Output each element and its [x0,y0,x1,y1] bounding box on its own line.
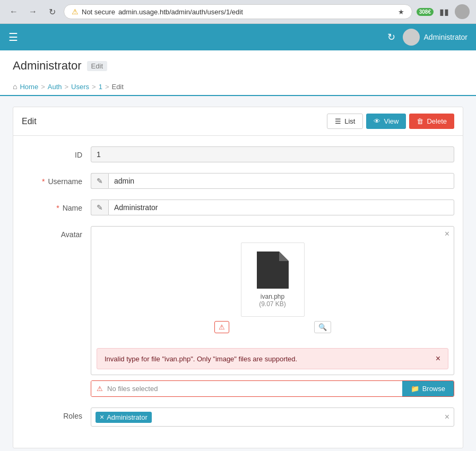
edit-card: Edit ☰ List 👁 View 🗑 Delete ID [13,107,463,448]
eye-icon: 👁 [374,117,380,125]
name-input-group: ✎ [91,200,454,215]
browse-button[interactable]: 📁 Browse [402,381,454,396]
url-text: admin.usage.htb/admin/auth/users/1/edit [118,8,395,16]
breadcrumb-edit: Edit [111,83,123,91]
breadcrumb-home[interactable]: Home [20,83,38,91]
breadcrumb-sep-4: > [105,83,109,91]
extensions-button[interactable]: ▮▮ [437,4,452,19]
profile-thumbnail[interactable] [455,4,470,19]
admin-name: Administrator [424,33,468,41]
name-label-text: Name [63,204,82,212]
edit-card-actions: ☰ List 👁 View 🗑 Delete [327,114,454,129]
hamburger-menu-button[interactable]: ☰ [8,31,18,44]
trash-icon: 🗑 [417,117,423,125]
view-button[interactable]: 👁 View [366,114,406,129]
username-field[interactable] [108,173,454,189]
error-message: Invalid type for file "ivan.php". Only "… [105,355,297,363]
page-header-title: Administrator Edit [13,59,463,78]
list-button[interactable]: ☰ List [327,114,363,129]
roles-wrap[interactable]: × Administrator × [91,407,454,427]
name-edit-icon: ✎ [91,200,108,215]
security-warning-icon: ⚠ [72,7,79,16]
breadcrumb-sep-3: > [92,83,96,91]
browser-chrome: ← → ↻ ⚠ Not secure admin.usage.htb/admin… [0,0,476,24]
file-preview: ivan.php (9.07 KB) ⚠ 🔍 [97,232,448,344]
avatar-row: Avatar × i [22,226,454,397]
remove-role-button[interactable]: × [100,413,104,421]
admin-user: Administrator [403,29,468,46]
refresh-button[interactable]: ↻ [387,31,395,43]
role-tag: × Administrator [96,412,152,423]
edit-icon: ✎ [91,173,108,189]
list-button-label: List [344,117,355,125]
username-required-star: * [42,177,45,186]
main-content: Edit ☰ List 👁 View 🗑 Delete ID [0,96,476,451]
back-button[interactable]: ← [6,4,21,19]
id-field-wrap [91,146,454,162]
no-files-label: No files selected [107,385,158,393]
roles-row: Roles × Administrator × [22,407,454,427]
name-field[interactable] [108,200,454,215]
name-row: * Name ✎ [22,200,454,215]
address-bar[interactable]: ⚠ Not secure admin.usage.htb/admin/auth/… [64,4,412,19]
breadcrumb: ⌂ Home > Auth > Users > 1 > Edit [13,78,463,95]
view-button-label: View [384,117,399,125]
breadcrumb-id[interactable]: 1 [99,83,102,91]
file-icon [257,251,289,289]
file-input-row: ⚠ No files selected 📁 Browse [91,380,454,397]
username-label: * Username [22,173,91,186]
delete-button-label: Delete [427,117,447,125]
page-title: Administrator [13,59,82,73]
username-label-text: Username [48,177,82,186]
breadcrumb-auth[interactable]: Auth [48,83,62,91]
username-input-group: ✎ [91,173,454,189]
error-alert: Invalid type for file "ivan.php". Only "… [97,348,448,369]
topbar-right: ↻ Administrator [387,29,468,46]
browse-button-label: Browse [422,385,445,393]
home-icon: ⌂ [13,82,17,91]
id-field [91,146,454,162]
username-row: * Username ✎ [22,173,454,189]
file-error-button[interactable]: ⚠ [214,321,229,333]
page-header: Administrator Edit ⌂ Home > Auth > Users… [0,50,476,96]
name-field-wrap: ✎ [91,200,454,215]
name-label: * Name [22,200,91,212]
reload-button[interactable]: ↻ [45,4,59,19]
id-row: ID [22,146,454,162]
roles-clear-button[interactable]: × [445,412,449,422]
edit-card-title: Edit [22,117,37,126]
extension-badge: 308€ [417,8,434,16]
breadcrumb-sep-2: > [65,83,69,91]
list-icon: ☰ [335,117,341,125]
roles-label: Roles [22,407,91,420]
username-prepend: ✎ [91,173,108,189]
breadcrumb-sep-1: > [41,83,45,91]
avatar-label: Avatar [22,226,91,239]
form-body: ID * Username ✎ [13,136,463,448]
delete-button[interactable]: 🗑 Delete [409,114,454,129]
svg-marker-1 [279,251,289,261]
role-tag-label: Administrator [107,413,148,421]
file-zoom-button[interactable]: 🔍 [314,321,331,333]
name-required-star: * [56,204,59,212]
browser-actions: 308€ ▮▮ [417,4,470,19]
app-topbar: ☰ ↻ Administrator [0,24,476,50]
topbar-left: ☰ [8,31,18,44]
avatar-upload-box: × ivan.php (9.07 KB) [91,226,454,375]
avatar-close-button[interactable]: × [445,230,449,238]
avatar-field-wrap: × ivan.php (9.07 KB) [91,226,454,397]
name-prepend: ✎ [91,200,108,215]
folder-icon: 📁 [411,385,419,393]
file-size: (9.07 KB) [259,300,286,308]
close-alert-button[interactable]: × [436,354,440,363]
forward-button[interactable]: → [25,4,40,19]
edit-card-header: Edit ☰ List 👁 View 🗑 Delete [13,107,463,136]
file-name: ivan.php [261,293,284,300]
breadcrumb-users[interactable]: Users [71,83,89,91]
file-thumb: ivan.php (9.07 KB) [241,242,305,317]
username-field-wrap: ✎ [91,173,454,189]
not-secure-label: Not secure [82,8,115,16]
bookmark-icon[interactable]: ★ [398,8,404,16]
roles-field-wrap: × Administrator × [91,407,454,427]
page-subtitle: Edit [87,61,107,71]
